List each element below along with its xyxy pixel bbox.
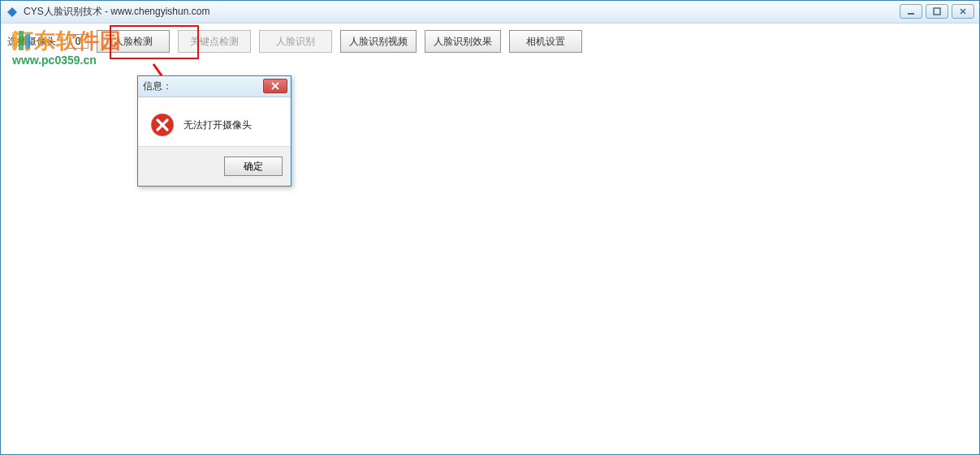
app-window: CYS人脸识别技术 - www.chengyishun.com 选择摄像头 0 … — [0, 0, 980, 455]
camera-settings-button[interactable]: 相机设置 — [509, 30, 582, 53]
keypoint-detect-button[interactable]: 关键点检测 — [178, 30, 251, 53]
svg-rect-1 — [908, 13, 914, 15]
toolbar: 选择摄像头 0 人脸检测 关键点检测 人脸识别 人脸识别视频 人脸识别效果 相机… — [1, 24, 979, 59]
face-effect-button[interactable]: 人脸识别效果 — [425, 30, 501, 53]
svg-marker-0 — [7, 7, 17, 17]
dialog-titlebar: 信息： — [138, 76, 291, 97]
maximize-button[interactable] — [926, 4, 948, 19]
dialog-footer: 确定 — [138, 146, 291, 186]
dialog-message: 无法打开摄像头 — [183, 118, 252, 132]
window-controls — [900, 4, 974, 19]
window-title: CYS人脸识别技术 - www.chengyishun.com — [24, 5, 209, 19]
camera-index-input[interactable]: 0 — [67, 34, 89, 49]
error-icon — [149, 112, 175, 138]
face-recognition-button[interactable]: 人脸识别 — [259, 30, 332, 53]
close-button[interactable] — [952, 4, 974, 19]
titlebar: CYS人脸识别技术 - www.chengyishun.com — [1, 1, 979, 24]
dialog-close-button[interactable] — [263, 79, 287, 93]
dialog-body: 无法打开摄像头 — [138, 97, 291, 146]
info-dialog: 信息： 无法打开摄像头 确定 — [137, 75, 291, 187]
dialog-title: 信息： — [143, 79, 172, 93]
svg-rect-2 — [934, 8, 940, 15]
face-detect-button[interactable]: 人脸检测 — [97, 30, 170, 53]
face-video-button[interactable]: 人脸识别视频 — [340, 30, 417, 53]
minimize-button[interactable] — [900, 4, 922, 19]
camera-select-label: 选择摄像头 — [7, 35, 56, 49]
app-icon — [6, 6, 19, 19]
dialog-ok-button[interactable]: 确定 — [224, 157, 283, 176]
